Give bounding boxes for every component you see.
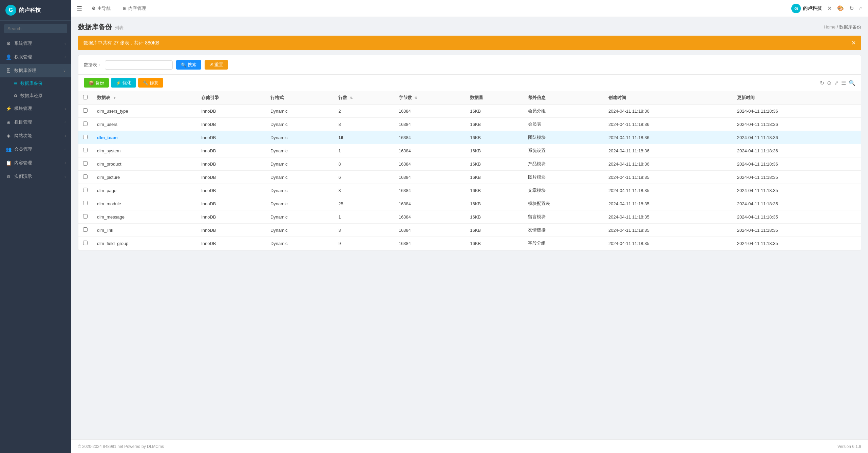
row-checkbox[interactable] [83, 148, 88, 152]
sidebar-item-content[interactable]: 📋 内容管理 ‹ [0, 156, 71, 170]
sidebar-item-label: 数据库管理 [14, 68, 36, 74]
alert-message: 数据库中共有 27 张表，共计 880KB [83, 40, 159, 46]
columns-icon[interactable]: ☰ [841, 80, 846, 86]
cell-updated: 2024-04-11 11:18:35 [732, 210, 861, 224]
sidebar-item-website[interactable]: ◈ 网站功能 ‹ [0, 129, 71, 143]
cell-updated: 2024-04-11 11:18:36 [732, 105, 861, 118]
cell-extra: 字段分组 [523, 237, 604, 250]
select-all-checkbox[interactable] [83, 95, 88, 99]
cell-extra: 会员表 [523, 118, 604, 131]
sidebar-item-member[interactable]: 👥 会员管理 ‹ [0, 143, 71, 156]
page-title: 数据库备份 [78, 22, 112, 32]
home-icon[interactable]: ⌂ [859, 5, 863, 12]
cell-bytes: 16384 [394, 157, 466, 171]
close-icon[interactable]: ✕ [827, 5, 832, 12]
row-checkbox[interactable] [83, 214, 88, 219]
search-table-icon[interactable]: 🔍 [849, 80, 855, 86]
main-nav-item[interactable]: ⚙ 主导航 [89, 4, 113, 13]
row-checkbox[interactable] [83, 227, 88, 232]
table-body: dlm_users_type InnoDB Dynamic 2 16384 16… [78, 105, 861, 250]
row-checkbox-cell [78, 144, 92, 157]
cell-name: dlm_module [92, 197, 196, 210]
cell-name: dlm_team [92, 131, 196, 144]
search-input[interactable] [4, 24, 67, 33]
row-checkbox[interactable] [83, 174, 88, 179]
cell-updated: 2024-04-11 11:18:36 [732, 157, 861, 171]
row-checkbox[interactable] [83, 135, 88, 139]
cell-engine: InnoDB [196, 210, 266, 224]
row-checkbox[interactable] [83, 161, 88, 166]
table-filter-input[interactable] [105, 60, 173, 70]
backup-button[interactable]: 📦 备份 [84, 78, 109, 88]
sidebar-item-permission[interactable]: 👤 权限管理 ‹ [0, 50, 71, 64]
cell-name: dlm_link [92, 224, 196, 237]
refresh-table-icon[interactable]: ↻ [820, 80, 824, 86]
row-checkbox[interactable] [83, 188, 88, 192]
sort-icon: ▼ [113, 96, 116, 100]
sidebar-item-database[interactable]: 🗄 数据库管理 ∨ [0, 64, 71, 77]
topbar-brand: G 的卢科技 [791, 4, 822, 13]
table-row: dlm_team InnoDB Dynamic 16 16384 16KB 团队… [78, 131, 861, 144]
alert-close-button[interactable]: ✕ [851, 40, 856, 46]
sidebar-item-label: 内容管理 [14, 160, 32, 166]
cell-bytes: 16384 [394, 105, 466, 118]
cell-data-size: 16KB [465, 105, 523, 118]
row-checkbox[interactable] [83, 241, 88, 245]
th-bytes[interactable]: 字节数 ⇅ [394, 91, 466, 105]
cell-engine: InnoDB [196, 118, 266, 131]
sidebar-sub-item-label: 数据库备份 [20, 80, 42, 87]
monitor-icon: 🖥 [5, 174, 12, 179]
filter-label: 数据表： [84, 62, 101, 68]
users-icon: 👥 [5, 147, 12, 152]
cell-created: 2024-04-11 11:18:35 [604, 171, 732, 184]
th-checkbox [78, 91, 92, 105]
palette-icon[interactable]: 🎨 [837, 5, 844, 12]
sidebar-item-demo[interactable]: 🖥 实例演示 ‹ [0, 170, 71, 183]
cell-engine: InnoDB [196, 184, 266, 197]
table-row: dlm_users InnoDB Dynamic 8 16384 16KB 会员… [78, 118, 861, 131]
cell-created: 2024-04-11 11:18:36 [604, 157, 732, 171]
sidebar-item-system[interactable]: ⚙ 系统管理 ‹ [0, 37, 71, 50]
row-checkbox-cell [78, 105, 92, 118]
cell-data-size: 16KB [465, 210, 523, 224]
menu-toggle-button[interactable]: ☰ [77, 5, 82, 12]
search-button[interactable]: 🔍 搜索 [176, 60, 201, 70]
refresh-icon[interactable]: ↻ [849, 5, 854, 12]
cell-row-format: Dynamic [266, 184, 334, 197]
cell-row-format: Dynamic [266, 157, 334, 171]
sidebar-item-db-restore[interactable]: ♻ 数据库还原 [0, 90, 71, 102]
sidebar-item-column[interactable]: ⊞ 栏目管理 ‹ [0, 115, 71, 129]
content-mgmt-nav-item[interactable]: ⊞ 内容管理 [120, 4, 149, 13]
row-checkbox[interactable] [83, 201, 88, 205]
chevron-right-icon: ‹ [64, 147, 66, 151]
sidebar-item-db-backup[interactable]: ☰ 数据库备份 [0, 77, 71, 90]
cell-created: 2024-04-11 11:18:35 [604, 210, 732, 224]
th-updated: 更新时间 [732, 91, 861, 105]
cell-row-format: Dynamic [266, 144, 334, 157]
row-checkbox-cell [78, 184, 92, 197]
sidebar-item-module[interactable]: ⚡ 模块管理 ‹ [0, 102, 71, 115]
th-data-size: 数据量 [465, 91, 523, 105]
gear-icon: ⚙ [92, 6, 96, 11]
reset-button[interactable]: ↺ 重置 [205, 60, 228, 70]
th-name[interactable]: 数据表 ▼ [92, 91, 196, 105]
sort-icon: ⇅ [350, 96, 353, 100]
page-header: 数据库备份 列表 Home / 数据库备份 [78, 22, 861, 32]
optimize-button[interactable]: ⚡ 优化 [111, 78, 136, 88]
breadcrumb-home[interactable]: Home [824, 24, 835, 30]
th-rows[interactable]: 行数 ⇅ [334, 91, 394, 105]
row-checkbox[interactable] [83, 108, 88, 113]
cell-extra: 会员分组 [523, 105, 604, 118]
sidebar-logo: G 的卢科技 [0, 0, 71, 21]
repair-button[interactable]: 🔧 修复 [138, 78, 163, 88]
database-table: 数据表 ▼ 存储引擎 行格式 行数 ⇅ 字节数 ⇅ 数据量 额外信息 创建时间 … [78, 91, 861, 250]
cell-updated: 2024-04-11 11:18:35 [732, 224, 861, 237]
cell-name: dlm_field_group [92, 237, 196, 250]
fullscreen-icon[interactable]: ⤢ [834, 80, 838, 86]
cell-bytes: 16384 [394, 118, 466, 131]
sidebar-item-label: 实例演示 [14, 173, 32, 180]
table-row: dlm_page InnoDB Dynamic 3 16384 16KB 文章模… [78, 184, 861, 197]
cell-rows: 9 [334, 237, 394, 250]
link-icon[interactable]: ⊙ [827, 80, 831, 86]
row-checkbox[interactable] [83, 121, 88, 126]
